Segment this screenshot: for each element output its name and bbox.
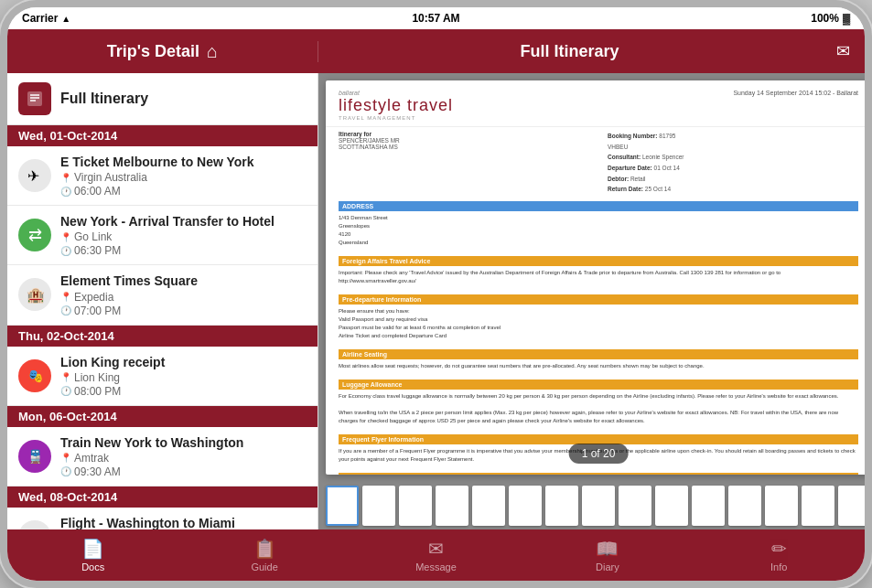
clock-icon: 🕐 [60,246,71,256]
item-text: Flight - Washington to Miami 📍 American … [60,515,307,529]
date-separator-oct1: Wed, 01-Oct-2014 [7,125,318,146]
thumbnail-page-3[interactable] [399,486,432,526]
address-section: ADDRESS 1/43 Denman StreetGreenslopes412… [326,198,865,250]
item-time: 🕐 08:00 PM [60,385,307,398]
foreign-affairs-text: Important: Please check any 'Travel Advi… [339,269,858,285]
doc-info-right: Booking Number: 81795 VHBEU Consultant: … [608,131,858,195]
luggage-section: Luggage Allowance For Economy class trav… [326,377,865,428]
thumbnail-page-15[interactable] [838,486,865,526]
ticket-icon: 🎭 [18,359,51,392]
header-right[interactable]: ✉ [821,41,865,61]
train-icon: 🚆 [18,440,51,473]
item-text: E Ticket Melbourne to New York 📍 Virgin … [60,154,307,198]
date-oct6-label: Mon, 06-Oct-2014 [18,410,117,423]
airline-seating-header: Airline Seating [339,349,858,359]
svg-text:🏨: 🏨 [27,286,45,304]
message-icon: ✉ [428,538,444,560]
status-time: 10:57 AM [412,12,459,25]
thumbnail-page-9[interactable] [619,486,651,526]
thumbnail-page-10[interactable] [655,486,688,526]
list-item[interactable]: 🎭 Lion King receipt 📍 Lion King 🕐 08:00 … [7,347,318,406]
predep-section: Pre-departure Information Please ensure … [326,292,865,343]
nav-diary-label: Diary [596,561,619,572]
thumbnail-page-2[interactable] [362,486,395,526]
home-icon[interactable]: ⌂ [207,41,218,62]
foreign-affairs-section: Foreign Affairs Travel Advice Important:… [326,253,865,288]
item-time: 🕐 09:30 AM [60,465,307,478]
item-title: New York - Arrival Transfer to Hotel [60,213,307,230]
nav-guide-label: Guide [251,561,277,572]
doc-date: Sunday 14 September 2014 15:02 - Ballara… [733,90,858,96]
list-item[interactable]: 🏨 Element Times Square 📍 Expedia 🕐 07:00… [7,265,318,325]
nav-docs[interactable]: 📄 Docs [66,538,121,572]
item-title: Flight - Washington to Miami [60,515,307,529]
list-item[interactable]: ⇄ New York - Arrival Transfer to Hotel 📍… [7,206,318,265]
item-provider: 📍 Expedia [60,291,307,304]
wifi-signal-icon: ▲ [61,14,70,24]
nav-message[interactable]: ✉ Message [408,538,463,572]
app-header: Trip's Detail ⌂ Full Itinerary ✉ [7,29,865,73]
nav-diary[interactable]: 📖 Diary [580,538,635,572]
thumbnail-page-6[interactable] [509,486,542,526]
full-itinerary-row[interactable]: Full Itinerary [7,73,318,125]
address-text: 1/43 Denman StreetGreenslopes4120Queensl… [339,214,858,247]
nav-info[interactable]: ✏ Info [751,538,806,572]
consultant-row: Consultant: Leonie Spencer [608,152,858,163]
consultant-value: Leonie Spencer [642,154,684,160]
item-title: Lion King receipt [60,354,307,370]
dep-date-value: 01 Oct 14 [654,165,680,171]
date-separator-oct8: Wed, 08-Oct-2014 [7,486,318,508]
list-item[interactable]: ✈ E Ticket Melbourne to New York 📍 Virgi… [7,146,318,206]
transfer-icon: ⇄ [18,219,51,251]
item-text: Element Times Square 📍 Expedia 🕐 07:00 P… [60,273,307,316]
volume-down-button[interactable] [0,294,3,331]
airline-seating-text: Most airlines allow seat requests; howev… [339,362,858,370]
nav-guide[interactable]: 📋 Guide [237,538,292,572]
thumbnail-page-4[interactable] [436,486,468,526]
nav-info-label: Info [770,561,787,572]
itinerary-for-label: Itinerary for [339,131,589,137]
item-text: New York - Arrival Transfer to Hotel 📍 G… [60,213,307,257]
booking-row: Booking Number: 81795 [608,131,858,142]
doc-info-row: Itinerary for SPENCER/JAMES MR SCOTT/NAT… [326,127,865,198]
doc-page: ballarat lifestyle travel TRAVEL MANAGEM… [326,80,865,475]
doc-thumbnails[interactable] [318,482,865,529]
list-item[interactable]: ✈ Flight - Washington to Miami 📍 America… [7,508,318,529]
silent-button[interactable] [0,151,3,178]
list-item[interactable]: 🚆 Train New York to Washington 📍 Amtrak … [7,427,318,486]
item-provider: 📍 Virgin Australia [60,171,307,184]
thumbnail-page-7[interactable] [545,486,578,526]
thumbnail-page-8[interactable] [582,486,615,526]
plane-icon: ✈ [18,159,51,192]
dep-date-row: Departure Date: 01 Oct 14 [608,163,858,174]
thumbnail-page-5[interactable] [472,486,505,526]
thumbnail-page-14[interactable] [802,486,834,526]
airline-seating-section: Airline Seating Most airlines allow seat… [326,347,865,373]
debtor-value: Retail [630,176,646,182]
power-button[interactable] [868,272,872,317]
mail-icon[interactable]: ✉ [836,41,850,61]
date-separator-oct6: Mon, 06-Oct-2014 [7,406,318,427]
page-indicator: 1 of 20 [569,444,629,464]
thumbnail-page-11[interactable] [692,486,725,526]
thumbnail-page-12[interactable] [728,486,761,526]
item-time: 🕐 07:00 PM [60,305,307,317]
thumbnail-page-13[interactable] [765,486,798,526]
item-provider: 📍 Lion King [60,371,307,384]
diary-icon: 📖 [596,538,619,560]
debtor-label: Debtor: [608,176,629,182]
clock-icon: 🕐 [60,305,71,315]
item-provider: 📍 Amtrak [60,452,307,465]
clock-icon: 🕐 [60,187,71,197]
svg-text:✈: ✈ [27,168,39,184]
header-center: Full Itinerary [318,42,821,61]
thumbnail-page-1[interactable] [326,486,359,526]
date-oct8-label: Wed, 08-Oct-2014 [18,490,117,504]
volume-up-button[interactable] [0,225,3,262]
location-icon: 📍 [60,372,71,382]
status-carrier: Carrier ▲ [22,12,70,25]
predep-header: Pre-departure Information [339,294,858,305]
device-frame: Carrier ▲ 10:57 AM 100% ▓ Trip's Detail … [0,0,872,588]
client1-name: SPENCER/JAMES MR [339,137,589,144]
item-provider: 📍 Go Link [60,230,307,243]
